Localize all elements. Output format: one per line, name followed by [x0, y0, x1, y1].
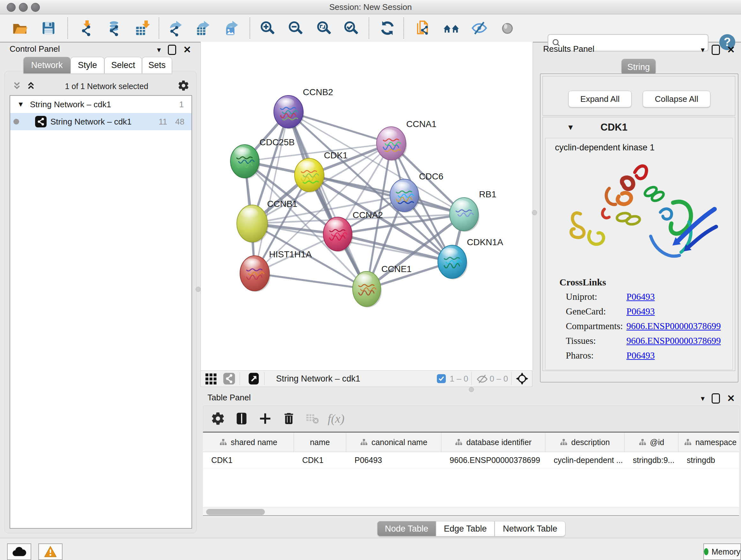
collapse-panel-icon[interactable]: ▾: [701, 45, 704, 54]
refresh-icon[interactable]: [379, 19, 396, 37]
collapse-panel-icon[interactable]: ▾: [701, 394, 704, 403]
crosslink-value-link[interactable]: P06493: [626, 350, 655, 361]
crosslink-value-link[interactable]: P06493: [626, 306, 655, 317]
network-row-selected[interactable]: String Network – cdk1 11 48: [10, 113, 192, 130]
crosslink-value-link[interactable]: 9606.ENSP00000378699: [626, 335, 721, 346]
zoom-fit-icon[interactable]: [315, 19, 333, 37]
collapse-all-networks-icon[interactable]: [12, 80, 22, 92]
float-panel-icon[interactable]: [712, 393, 720, 403]
show-all-icon[interactable]: [498, 19, 516, 37]
network-node-count: 11: [158, 117, 167, 127]
network-node-RB1[interactable]: [450, 198, 479, 232]
network-edge[interactable]: [288, 112, 367, 289]
column-header-description[interactable]: description: [545, 433, 624, 452]
tab-network-table[interactable]: Network Table: [495, 521, 565, 537]
tab-style[interactable]: Style: [71, 57, 105, 73]
float-panel-icon[interactable]: [712, 45, 720, 55]
warning-status-button[interactable]: [38, 543, 63, 560]
network-node-CCNA2[interactable]: [323, 217, 353, 252]
collapse-all-button[interactable]: Collapse All: [643, 91, 711, 107]
network-node-HIST1H1A[interactable]: [240, 256, 270, 292]
table-header-row: shared namenamecanonical namedatabase id…: [203, 433, 739, 452]
network-type-icon: [35, 116, 47, 127]
node-label-CCNB2: CCNB2: [303, 87, 333, 97]
column-header-canonicalname[interactable]: canonical name: [346, 433, 441, 452]
export-network-icon[interactable]: [166, 19, 185, 37]
gene-expander-icon[interactable]: ▼: [567, 123, 575, 132]
import-network-database-icon[interactable]: [105, 19, 123, 37]
hide-selected-icon[interactable]: [470, 19, 488, 37]
column-settings-icon[interactable]: [209, 410, 227, 428]
tab-edge-table[interactable]: Edge Table: [436, 521, 495, 537]
network-node-CDK1[interactable]: [294, 159, 325, 192]
save-session-icon[interactable]: [40, 19, 57, 37]
minimize-window-button[interactable]: [19, 3, 28, 12]
network-edge[interactable]: [255, 273, 367, 289]
tab-select[interactable]: Select: [105, 57, 142, 73]
export-table-icon[interactable]: [194, 19, 212, 37]
network-node-CCNB1[interactable]: [237, 205, 268, 243]
import-network-file-icon[interactable]: [77, 19, 95, 37]
column-header-databaseidentifier[interactable]: database identifier: [441, 433, 545, 452]
network-node-CDKN1A[interactable]: [438, 245, 468, 279]
tab-node-table[interactable]: Node Table: [377, 521, 436, 537]
title-bar: Session: New Session: [0, 0, 741, 14]
expand-all-networks-icon[interactable]: [26, 80, 36, 92]
memory-button[interactable]: Memory: [703, 543, 741, 560]
close-window-button[interactable]: [7, 3, 16, 12]
results-entry-body: cyclin-dependent kinase 1 CrossLinks Uni…: [545, 138, 733, 370]
network-collection-row[interactable]: ▼ String Network – cdk1 1: [10, 96, 192, 113]
network-node-CCNE1[interactable]: [353, 271, 382, 307]
maximize-window-button[interactable]: [31, 3, 40, 12]
column-header-name[interactable]: name: [294, 433, 346, 452]
collapse-panel-icon[interactable]: ▾: [157, 45, 161, 54]
open-in-window-icon[interactable]: [246, 371, 261, 386]
expand-all-button[interactable]: Expand All: [568, 91, 631, 107]
scrollbar-thumb[interactable]: [206, 509, 265, 515]
right-splitter-grip[interactable]: [532, 210, 537, 215]
results-gene-header[interactable]: ▼ CDK1: [542, 117, 735, 138]
close-panel-icon[interactable]: ✕: [727, 394, 735, 402]
network-options-gear-icon[interactable]: [178, 79, 190, 93]
selected-nodes-checkbox[interactable]: [437, 374, 446, 383]
tab-string[interactable]: String: [621, 59, 656, 75]
network-node-CDC6[interactable]: [390, 179, 420, 212]
cloud-status-button[interactable]: [7, 543, 31, 560]
show-graphics-details-icon[interactable]: [442, 19, 460, 37]
add-column-icon[interactable]: [256, 410, 274, 428]
birds-eye-view-icon[interactable]: [515, 371, 529, 386]
collection-expander-icon[interactable]: ▼: [17, 100, 24, 109]
show-columns-icon[interactable]: [232, 410, 251, 428]
network-node-CCNA1[interactable]: [377, 127, 407, 161]
import-table-file-icon[interactable]: [133, 19, 151, 37]
column-header-namespace[interactable]: namespace: [678, 433, 739, 452]
control-panel-window-controls: ▾ ✕: [157, 45, 191, 55]
crosslink-value-link[interactable]: 9606.ENSP00000378699: [626, 321, 721, 331]
export-image-icon[interactable]: [223, 19, 241, 37]
crosslink-value-link[interactable]: P06493: [626, 292, 655, 302]
new-network-from-selection-icon[interactable]: [414, 19, 432, 37]
results-panel-title: Results Panel: [543, 44, 594, 54]
delete-column-icon[interactable]: [280, 410, 298, 428]
left-splitter-grip[interactable]: [196, 287, 201, 292]
zoom-out-icon[interactable]: [286, 19, 305, 37]
float-panel-icon[interactable]: [168, 45, 176, 55]
network-node-CCNB2[interactable]: [274, 96, 304, 129]
close-panel-icon[interactable]: ✕: [727, 46, 735, 54]
column-header-id[interactable]: @id: [624, 433, 678, 452]
zoom-in-icon[interactable]: [259, 19, 276, 37]
network-share-icon[interactable]: [222, 371, 237, 386]
network-canvas[interactable]: CCNB2CCNA1CDC25BCDK1CDC6RB1CCNB1CCNA2CDK…: [200, 42, 533, 370]
zoom-selected-icon[interactable]: [342, 19, 360, 37]
network-status-dot: [13, 119, 19, 125]
horizontal-splitter-grip[interactable]: [469, 387, 474, 392]
table-row[interactable]: CDK1CDK1P064939606.ENSP00000378699cyclin…: [203, 452, 739, 469]
grid-view-icon[interactable]: [204, 371, 219, 386]
close-panel-icon[interactable]: ✕: [183, 46, 191, 54]
column-header-sharedname[interactable]: shared name: [203, 433, 294, 452]
toolbar-separator: [158, 17, 159, 39]
crosslink-label: Tissues:: [566, 335, 596, 346]
tab-network[interactable]: Network: [23, 57, 71, 73]
open-session-icon[interactable]: [11, 19, 29, 37]
tab-sets[interactable]: Sets: [142, 57, 172, 73]
